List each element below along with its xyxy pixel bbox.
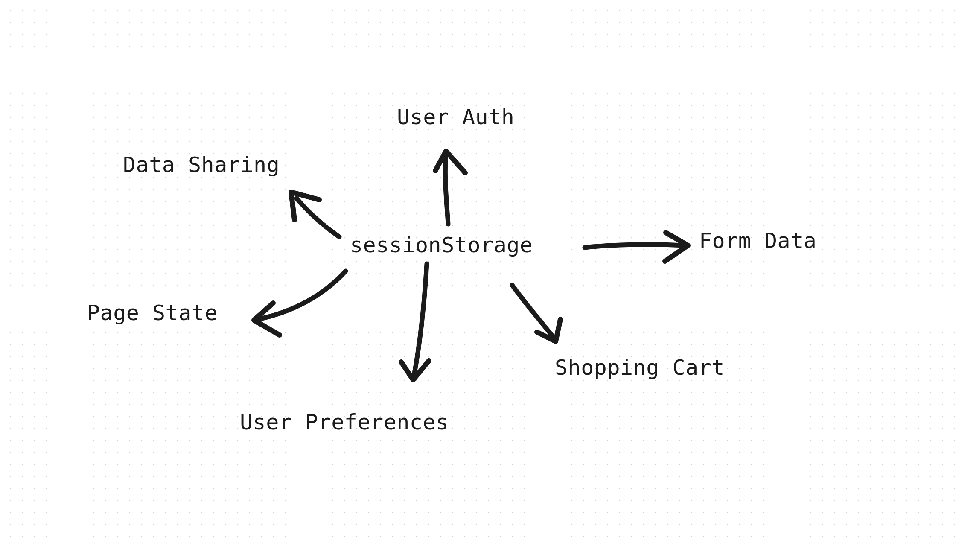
arrow-to-form-data xyxy=(585,233,688,261)
node-form-data: Form Data xyxy=(699,228,816,253)
arrows-layer xyxy=(0,0,956,560)
node-user-preferences: User Preferences xyxy=(240,410,449,435)
node-user-auth: User Auth xyxy=(397,105,514,129)
node-shopping-cart: Shopping Cart xyxy=(555,355,725,380)
arrow-to-user-preferences xyxy=(401,264,429,380)
node-data-sharing: Data Sharing xyxy=(123,152,280,177)
diagram-canvas: sessionStorage User Auth Data Sharing Fo… xyxy=(0,0,956,560)
arrow-to-page-state xyxy=(254,271,346,335)
arrow-to-data-sharing xyxy=(291,192,339,237)
arrow-to-user-auth xyxy=(435,151,465,224)
node-page-state: Page State xyxy=(87,300,218,325)
node-sessionstorage: sessionStorage xyxy=(350,233,533,257)
arrow-to-shopping-cart xyxy=(512,285,560,341)
